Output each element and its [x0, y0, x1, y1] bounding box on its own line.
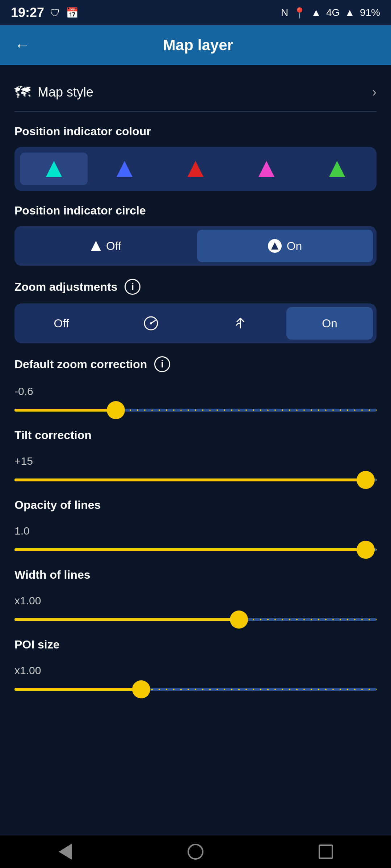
nav-back-button[interactable]: [51, 837, 80, 866]
app-bar: ← Map layer: [0, 25, 391, 65]
width-lines-slider[interactable]: [14, 614, 377, 625]
arrow-red-icon: [188, 161, 203, 177]
zoom-on-label: On: [322, 317, 337, 330]
location-icon: 📍: [293, 7, 306, 19]
color-option-cyan[interactable]: [20, 153, 88, 185]
slider-fill-poi: [14, 688, 141, 691]
default-zoom-slider[interactable]: [14, 405, 377, 416]
map-icon: 🗺: [14, 83, 30, 101]
arrow-green-icon: [329, 161, 345, 177]
color-option-magenta[interactable]: [233, 153, 300, 185]
opacity-lines-value: 1.0: [14, 525, 377, 537]
chevron-right-icon: ›: [372, 85, 377, 100]
color-picker: [14, 147, 377, 191]
arrow-blue-icon: [117, 161, 133, 177]
circle-off-button[interactable]: Off: [18, 230, 194, 262]
slider-track-opacity: [14, 548, 377, 551]
width-lines-slider-section: x1.00: [14, 595, 377, 625]
opacity-lines-slider-section: 1.0: [14, 525, 377, 555]
zoom-off-label: Off: [54, 317, 69, 330]
zoom-speed-button[interactable]: [108, 307, 194, 340]
slider-fill-opacity: [14, 548, 366, 551]
status-left: 19:27 🛡 📅: [11, 5, 79, 20]
width-lines-label: Width of lines: [14, 568, 377, 582]
slider-thumb-tilt[interactable]: [357, 471, 375, 489]
slider-fill-tilt: [14, 478, 366, 481]
position-circle-label: Position indicator circle: [14, 204, 377, 217]
map-style-label: Map style: [38, 85, 372, 100]
divider: [14, 111, 377, 112]
svg-point-2: [150, 322, 152, 324]
network-4g-icon: 4G: [326, 7, 340, 18]
nav-home-button[interactable]: [181, 837, 210, 866]
default-zoom-value: -0.6: [14, 385, 377, 397]
nav-recent-button[interactable]: [311, 837, 340, 866]
speedometer-icon: [143, 315, 159, 331]
zoom-direction-button[interactable]: [197, 307, 283, 340]
signal-icon: ▲: [345, 7, 355, 18]
default-zoom-label: Default zoom correction: [14, 358, 147, 371]
nfc-icon: N: [281, 7, 288, 18]
bottom-padding: [14, 698, 377, 735]
status-time: 19:27: [11, 5, 44, 20]
default-zoom-info-button[interactable]: i: [154, 356, 170, 372]
poi-size-slider[interactable]: [14, 684, 377, 695]
slider-thumb-width[interactable]: [230, 610, 248, 629]
zoom-off-button[interactable]: Off: [18, 307, 105, 340]
tilt-correction-slider-section: +15: [14, 455, 377, 485]
tilt-correction-value: +15: [14, 455, 377, 467]
slider-track-width: [14, 618, 377, 621]
slider-thumb[interactable]: [107, 401, 125, 419]
tilt-correction-slider[interactable]: [14, 475, 377, 485]
back-button[interactable]: ←: [14, 36, 30, 54]
zoom-info-button[interactable]: i: [125, 279, 140, 295]
position-circle-toggle: Off On: [14, 226, 377, 266]
color-option-green[interactable]: [303, 153, 371, 185]
poi-size-slider-section: x1.00: [14, 664, 377, 695]
nav-back-icon: [59, 844, 72, 860]
width-lines-value: x1.00: [14, 595, 377, 607]
wifi-icon: ▲: [311, 7, 321, 18]
slider-track-tilt: [14, 478, 377, 481]
arrow-cyan-icon: [46, 161, 62, 177]
mini-arrow-icon: [91, 241, 101, 251]
poi-size-label: POI size: [14, 638, 377, 651]
circle-off-label: Off: [106, 239, 121, 253]
zoom-adjustments-header: Zoom adjustments i: [14, 279, 377, 295]
opacity-lines-label: Opacity of lines: [14, 498, 377, 512]
circle-icon: [268, 239, 282, 253]
circle-on-label: On: [287, 239, 302, 253]
circle-on-button[interactable]: On: [197, 230, 373, 262]
color-option-blue[interactable]: [91, 153, 159, 185]
zoom-on-button[interactable]: On: [286, 307, 373, 340]
split-direction-icon: [232, 315, 248, 331]
opacity-lines-slider[interactable]: [14, 544, 377, 555]
poi-size-value: x1.00: [14, 664, 377, 677]
nav-bar: [0, 835, 391, 868]
nav-home-icon: [188, 844, 203, 860]
map-style-row[interactable]: 🗺 Map style ›: [14, 76, 377, 109]
shield-icon: 🛡: [50, 7, 60, 19]
slider-fill-width: [14, 618, 239, 621]
slider-thumb-opacity[interactable]: [357, 541, 375, 559]
color-option-red[interactable]: [162, 153, 229, 185]
nav-recent-icon: [319, 844, 333, 859]
status-bar: 19:27 🛡 📅 N 📍 ▲ 4G ▲ 91%: [0, 0, 391, 25]
zoom-adjustments-label: Zoom adjustments: [14, 280, 117, 294]
battery-text: 91%: [360, 7, 380, 18]
position-colour-label: Position indicator colour: [14, 125, 377, 138]
arrow-magenta-icon: [258, 161, 274, 177]
content-area: 🗺 Map style › Position indicator colour …: [0, 65, 391, 745]
slider-track-poi: [14, 688, 377, 691]
status-right: N 📍 ▲ 4G ▲ 91%: [281, 7, 380, 19]
calendar-icon: 📅: [66, 7, 79, 19]
slider-fill: [14, 409, 116, 412]
arrow-in-circle-icon: [271, 242, 278, 250]
page-title: Map layer: [41, 37, 355, 54]
default-zoom-slider-section: -0.6: [14, 385, 377, 416]
default-zoom-header: Default zoom correction i: [14, 356, 377, 372]
zoom-toggle-group: Off On: [14, 303, 377, 343]
slider-thumb-poi[interactable]: [132, 680, 150, 698]
slider-track: [14, 409, 377, 412]
tilt-correction-label: Tilt correction: [14, 429, 377, 442]
